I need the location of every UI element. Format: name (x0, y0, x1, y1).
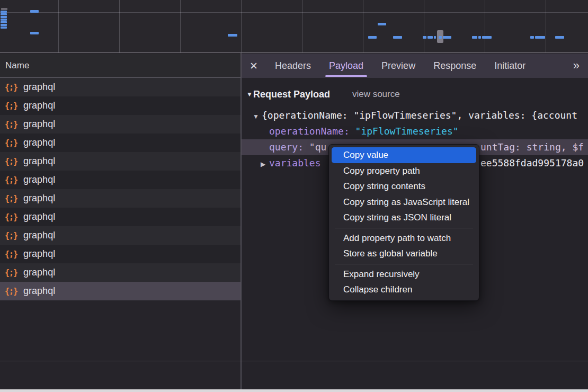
request-timing-bar (30, 32, 39, 34)
request-timing-bar (478, 36, 481, 39)
request-payload-section[interactable]: ▼ Request Payload view source (242, 85, 588, 104)
request-timing-bar (530, 36, 534, 39)
request-timing-bar (30, 10, 39, 13)
json-braces-icon: {;} (5, 83, 17, 92)
request-name: graphql (23, 193, 55, 204)
property-key: variables (269, 157, 321, 168)
request-name: graphql (23, 100, 55, 111)
view-source-link[interactable]: view source (352, 89, 400, 100)
menu-item-copy-value[interactable]: Copy value (332, 147, 476, 163)
network-request-row[interactable]: {;}graphql (0, 245, 240, 263)
request-timing-bar (1, 21, 7, 23)
request-name: graphql (23, 267, 55, 278)
network-request-row[interactable]: {;}graphql (0, 208, 240, 226)
menu-separator (335, 228, 473, 228)
property-value-left: "qu (309, 141, 327, 153)
network-request-row[interactable]: {;}graphql (0, 226, 240, 245)
property-key: operationName: (269, 126, 355, 137)
menu-item-store-as-global-variable[interactable]: Store as global variable (329, 246, 479, 262)
overview-gridline (241, 0, 242, 52)
network-request-row[interactable]: {;}graphql (0, 96, 240, 115)
window-bottom-edge (0, 389, 588, 392)
tab-preview[interactable]: Preview (372, 54, 424, 78)
request-name: graphql (23, 156, 55, 167)
request-timing-bar (1, 13, 7, 15)
request-name: graphql (23, 211, 55, 222)
request-timing-bar (535, 36, 545, 39)
overview-gridline (363, 0, 363, 52)
request-timing-bar (1, 24, 7, 26)
json-braces-icon: {;} (5, 212, 17, 222)
menu-item-copy-string-contents[interactable]: Copy string contents (329, 179, 479, 194)
expanded-arrow-icon: ▼ (253, 109, 262, 123)
request-timing-bar (1, 8, 7, 10)
request-list-panel: Name {;}graphql{;}graphql{;}graphql{;}gr… (0, 54, 240, 392)
column-header-name[interactable]: Name (0, 54, 240, 78)
request-timing-bar (1, 16, 7, 18)
tree-row-operation-name[interactable]: operationName: "ipFlowTimeseries" (242, 123, 588, 139)
detail-tabbar: ✕ HeadersPayloadPreviewResponseInitiator… (242, 54, 588, 78)
section-title: Request Payload (253, 89, 330, 100)
json-braces-icon: {;} (5, 287, 17, 296)
tab-headers[interactable]: Headers (266, 54, 320, 78)
network-request-list: {;}graphql{;}graphql{;}graphql{;}graphql… (0, 78, 240, 300)
request-timing-bar (423, 36, 426, 39)
json-braces-icon: {;} (5, 101, 17, 111)
menu-item-collapse-children[interactable]: Collapse children (329, 282, 479, 298)
request-name: graphql (23, 137, 55, 148)
request-name: graphql (23, 230, 55, 241)
network-overview[interactable] (0, 0, 588, 53)
property-value-right: ee5588fdad995178a0 (480, 155, 584, 171)
request-timing-bar (228, 34, 237, 37)
menu-item-expand-recursively[interactable]: Expand recursively (329, 266, 479, 282)
detail-tabs: HeadersPayloadPreviewResponseInitiator (266, 54, 534, 78)
tab-payload[interactable]: Payload (320, 54, 372, 78)
network-request-row[interactable]: {;}graphql (0, 78, 240, 96)
menu-item-copy-string-as-javascript-literal[interactable]: Copy string as JavaScript literal (329, 194, 479, 210)
request-timing-bar (427, 36, 433, 39)
request-name: graphql (23, 248, 55, 260)
request-timing-bar (472, 36, 477, 39)
overview-gridline (424, 0, 424, 52)
tree-row-root[interactable]: ▼{operationName: "ipFlowTimeseries", var… (242, 108, 588, 123)
request-timing-bar (443, 36, 451, 39)
more-tabs-icon[interactable]: » (564, 54, 588, 78)
request-name: graphql (23, 286, 55, 297)
request-timing-bar (393, 36, 402, 39)
network-request-row[interactable]: {;}graphql (0, 263, 240, 282)
menu-item-copy-string-as-json-literal[interactable]: Copy string as JSON literal (329, 210, 479, 226)
devtools-network-panel: Name {;}graphql{;}graphql{;}graphql{;}gr… (0, 0, 588, 392)
overview-gridline (180, 0, 181, 52)
network-request-row[interactable]: {;}graphql (0, 115, 240, 133)
menu-item-copy-property-path[interactable]: Copy property path (329, 163, 479, 179)
context-menu: Copy valueCopy property pathCopy string … (328, 144, 479, 301)
object-preview-text: {operationName: "ipFlowTimeseries", vari… (262, 110, 577, 121)
json-braces-icon: {;} (5, 231, 17, 240)
close-icon[interactable]: ✕ (242, 54, 266, 78)
property-value: "ipFlowTimeseries" (355, 126, 459, 137)
request-timing-bar (1, 19, 7, 21)
request-timing-bar (434, 36, 436, 39)
request-timing-bar (1, 26, 7, 29)
request-timing-bar (439, 36, 442, 39)
overview-gridline (485, 0, 485, 52)
network-request-row[interactable]: {;}graphql (0, 133, 240, 152)
network-request-row[interactable]: {;}graphql (0, 189, 240, 208)
network-request-row[interactable]: {;}graphql (0, 171, 240, 189)
network-request-row[interactable]: {;}graphql (0, 282, 240, 300)
tab-initiator[interactable]: Initiator (485, 54, 534, 78)
menu-item-add-property-path-to-watch[interactable]: Add property path to watch (329, 230, 479, 246)
network-request-row[interactable]: {;}graphql (0, 152, 240, 171)
json-braces-icon: {;} (5, 175, 17, 185)
request-timing-bar (378, 23, 386, 25)
json-braces-icon: {;} (5, 268, 17, 278)
collapsed-arrow-icon: ▶ (261, 156, 269, 171)
request-timing-bar (555, 36, 564, 39)
json-braces-icon: {;} (5, 138, 17, 148)
request-timing-bar (482, 36, 492, 39)
overview-gridline (302, 0, 302, 52)
request-name: graphql (23, 119, 55, 130)
tab-response[interactable]: Response (424, 54, 485, 78)
property-value-right: untTag: string, $f (480, 139, 584, 155)
json-braces-icon: {;} (5, 250, 17, 259)
